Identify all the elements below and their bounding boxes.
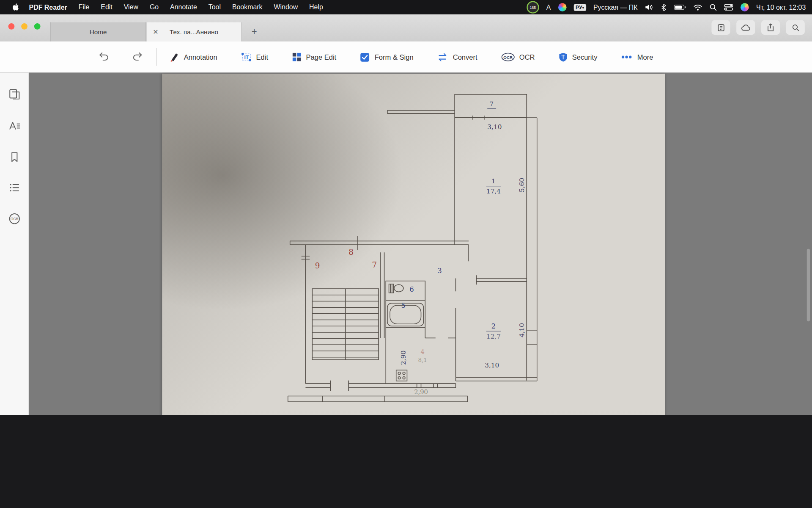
label-bath-no: 5 — [401, 301, 406, 309]
redo-button[interactable] — [132, 52, 143, 62]
convert-arrows-icon — [437, 52, 448, 61]
annotation-label: Annotation — [184, 53, 217, 61]
label-balcony-no: 7 — [489, 100, 494, 108]
label-kitchen-width: 2,90 — [414, 388, 428, 395]
label-room2-area: 12,7 — [486, 333, 501, 340]
battery-widget-icon[interactable]: 165 — [527, 1, 539, 13]
battery-icon[interactable] — [674, 4, 686, 11]
label-stairs-no: 9 — [315, 261, 320, 270]
label-hallway-no: 7 — [372, 260, 377, 269]
page-edit-label: Page Edit — [306, 53, 336, 61]
tab-document-label: Тех. па...Аннино — [170, 28, 218, 36]
more-dots-icon — [621, 55, 633, 59]
clipboard-button[interactable] — [711, 20, 730, 35]
label-room1-no: 1 — [491, 177, 496, 185]
form-sign-tool[interactable]: Form & Sign — [360, 52, 413, 62]
ocr-icon: OCR — [501, 52, 515, 62]
control-center-icon[interactable] — [724, 4, 733, 11]
menu-app-name[interactable]: PDF Reader — [23, 3, 73, 11]
convert-tool[interactable]: Convert — [437, 52, 477, 61]
menu-edit[interactable]: Edit — [95, 0, 118, 14]
label-kitchen-no: 4 — [421, 348, 425, 355]
window-controls — [8, 23, 41, 30]
search-button[interactable] — [786, 20, 805, 35]
outline-panel-icon[interactable] — [8, 182, 20, 195]
ocr-panel-icon[interactable]: OCR — [8, 213, 21, 227]
ocr-tool[interactable]: OCR OCR — [501, 52, 535, 62]
svg-text:OCR: OCR — [10, 217, 18, 221]
bookmark-panel-icon[interactable] — [10, 152, 19, 165]
form-sign-check-icon — [360, 52, 370, 62]
app-letter-icon[interactable]: А — [546, 3, 551, 11]
edit-label: Edit — [256, 53, 268, 61]
edit-tool[interactable]: IT Edit — [241, 52, 268, 62]
svg-text:IT: IT — [244, 55, 249, 61]
menu-bookmark[interactable]: Bookmark — [226, 0, 268, 14]
minimize-window-button[interactable] — [21, 23, 27, 30]
label-room2-depth: 4,10 — [518, 323, 526, 337]
form-sign-label: Form & Sign — [375, 53, 414, 61]
menu-bar-clock[interactable]: Чт, 10 окт. 12:03 — [756, 3, 806, 11]
font-panel-icon[interactable] — [8, 120, 20, 134]
apple-logo-icon[interactable] — [7, 3, 23, 11]
input-source-label[interactable]: Русская — ПК — [593, 3, 638, 11]
left-panel: OCR ? — [0, 72, 29, 415]
thumbnails-panel-icon[interactable] — [8, 88, 20, 102]
page-edit-tool[interactable]: Page Edit — [292, 52, 336, 62]
label-room1-depth: 5,60 — [518, 178, 526, 192]
label-kitchen-area: 8,1 — [418, 357, 427, 363]
tab-home[interactable]: Home — [50, 22, 146, 41]
desktop: PDF Reader File Edit View Go Annotate To… — [0, 0, 812, 415]
more-label: More — [637, 53, 653, 61]
vertical-scrollbar[interactable] — [807, 249, 810, 321]
pdf-reader-window: Home ✕ Тех. па...Аннино + — [0, 14, 812, 415]
tab-bar: Home ✕ Тех. па...Аннино + — [0, 14, 812, 42]
menu-file[interactable]: File — [73, 0, 95, 14]
ocr-label: OCR — [519, 53, 535, 61]
annotation-tool[interactable]: Annotation — [169, 52, 217, 62]
security-label: Security — [572, 53, 598, 61]
close-window-button[interactable] — [8, 23, 15, 30]
menu-view[interactable]: View — [118, 0, 144, 14]
wifi-icon[interactable] — [694, 4, 702, 11]
menu-annotate[interactable]: Annotate — [165, 0, 203, 14]
siri-icon[interactable] — [741, 3, 749, 11]
page-edit-grid-icon — [292, 52, 301, 62]
menu-bar: PDF Reader File Edit View Go Annotate To… — [0, 0, 812, 14]
document-canvas[interactable]: 7 3,10 1 17,4 5,60 8 9 7 3 6 5 — [29, 72, 812, 415]
label-corridor-no: 8 — [348, 248, 354, 257]
label-kitchen-depth: 2,90 — [400, 351, 407, 365]
viewer-area: OCR ? — [0, 72, 812, 415]
share-button[interactable] — [761, 20, 780, 35]
tab-document[interactable]: ✕ Тех. па...Аннино — [146, 22, 242, 41]
label-wc-no: 6 — [409, 285, 414, 293]
tab-close-icon[interactable]: ✕ — [153, 28, 158, 36]
menu-tool[interactable]: Tool — [203, 0, 226, 14]
security-tool[interactable]: Security — [559, 52, 598, 62]
undo-button[interactable] — [99, 52, 110, 62]
security-shield-icon — [559, 52, 568, 62]
menu-go[interactable]: Go — [144, 0, 164, 14]
cloud-button[interactable] — [736, 20, 755, 35]
menu-help[interactable]: Help — [304, 0, 329, 14]
menu-window[interactable]: Window — [268, 0, 304, 14]
pdf-page[interactable]: 7 3,10 1 17,4 5,60 8 9 7 3 6 5 — [162, 74, 665, 415]
label-room1-area: 17,4 — [486, 188, 501, 195]
bluetooth-icon[interactable] — [661, 3, 667, 11]
tab-home-label: Home — [90, 28, 107, 36]
main-toolbar: Annotation IT Edit Page Edit Form & Sign — [0, 41, 812, 73]
floorplan-drawing: 7 3,10 1 17,4 5,60 8 9 7 3 6 5 — [162, 74, 665, 415]
input-source-badge[interactable]: РУ• — [573, 4, 586, 11]
new-tab-button[interactable]: + — [247, 25, 261, 39]
spotlight-icon[interactable] — [710, 4, 717, 11]
label-room2-width: 3,10 — [485, 362, 499, 369]
label-balcony-width: 3,10 — [487, 123, 502, 131]
volume-icon[interactable] — [645, 4, 654, 11]
label-room2-no: 2 — [491, 322, 496, 330]
svg-text:OCR: OCR — [503, 55, 513, 60]
more-tool[interactable]: More — [621, 53, 653, 61]
convert-label: Convert — [453, 53, 477, 61]
pinwheel-icon[interactable] — [558, 3, 566, 11]
zoom-window-button[interactable] — [34, 23, 41, 30]
annotation-pen-icon — [169, 52, 179, 62]
